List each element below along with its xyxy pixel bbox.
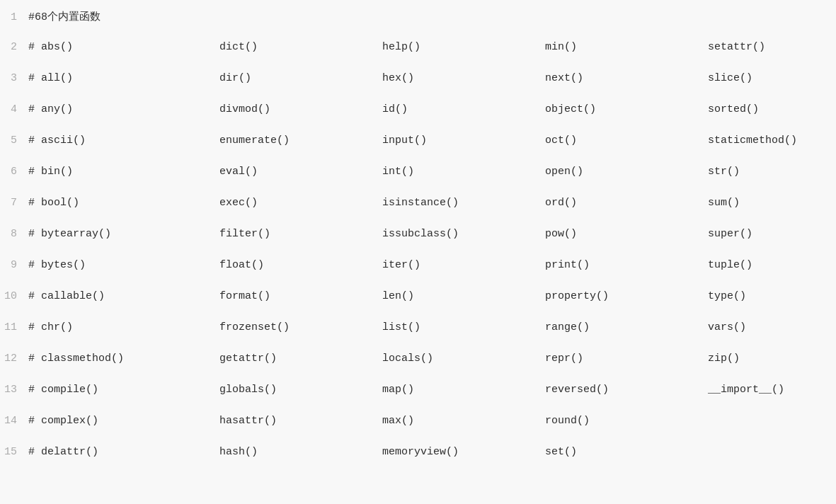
function-name: str() — [708, 166, 836, 178]
line-content: # bytes()float()iter()print()tuple() — [28, 259, 836, 271]
line-number: 10 — [0, 290, 28, 302]
code-line: 10# callable()format()len()property()typ… — [0, 287, 836, 319]
function-name: locals() — [382, 353, 545, 365]
function-name: # complex() — [28, 415, 219, 427]
line-content: # chr()frozenset()list()range()vars() — [28, 321, 836, 333]
function-name: next() — [545, 72, 708, 84]
function-name: # all() — [28, 72, 219, 84]
function-name: repr() — [545, 353, 708, 365]
line-number: 9 — [0, 259, 28, 271]
function-name: super() — [708, 228, 836, 240]
function-name: open() — [545, 166, 708, 178]
function-name: object() — [545, 103, 708, 115]
function-name — [708, 415, 836, 427]
function-name: set() — [545, 446, 708, 458]
function-name: dir() — [219, 72, 382, 84]
function-name: exec() — [219, 197, 382, 209]
function-name: # bool() — [28, 197, 219, 209]
function-name: type() — [708, 290, 836, 302]
function-name: slice() — [708, 72, 836, 84]
function-name: isinstance() — [382, 197, 545, 209]
line-number: 8 — [0, 228, 28, 240]
function-name: tuple() — [708, 259, 836, 271]
line-content: # ascii()enumerate()input()oct()staticme… — [28, 134, 836, 147]
function-name: staticmethod() — [708, 134, 836, 147]
line-content: # callable()format()len()property()type(… — [28, 290, 836, 302]
function-name: issubclass() — [382, 228, 545, 240]
function-name: reversed() — [545, 384, 708, 396]
code-line: 4# any()divmod()id()object()sorted() — [0, 101, 836, 132]
function-name: hasattr() — [219, 415, 382, 427]
line-content: # classmethod()getattr()locals()repr()zi… — [28, 353, 836, 365]
line-number: 3 — [0, 72, 28, 84]
function-name: # classmethod() — [28, 353, 219, 365]
function-name: # abs() — [28, 41, 219, 53]
function-name: enumerate() — [219, 134, 382, 147]
line-content: # delattr()hash()memoryview()set() — [28, 446, 836, 458]
function-name: range() — [545, 321, 708, 333]
function-name: divmod() — [219, 103, 382, 115]
function-name: vars() — [708, 321, 836, 333]
line-content: # bool()exec()isinstance()ord()sum() — [28, 197, 836, 209]
function-name: # bytearray() — [28, 228, 219, 240]
function-name: filter() — [219, 228, 382, 240]
line-number: 7 — [0, 197, 28, 209]
function-name: print() — [545, 259, 708, 271]
function-name: pow() — [545, 228, 708, 240]
function-name: getattr() — [219, 353, 382, 365]
heading-text: #68个内置函数 — [28, 10, 101, 23]
function-name: len() — [382, 290, 545, 302]
line-number: 4 — [0, 103, 28, 115]
line-number: 13 — [0, 384, 28, 396]
line-number: 14 — [0, 415, 28, 427]
line-number: 11 — [0, 321, 28, 333]
function-name: input() — [382, 134, 545, 147]
function-name: iter() — [382, 259, 545, 271]
code-line: 11# chr()frozenset()list()range()vars() — [0, 319, 836, 350]
function-name: zip() — [708, 353, 836, 365]
line-number: 2 — [0, 41, 28, 53]
line-content: # abs()dict()help()min()setattr() — [28, 41, 836, 53]
function-name: # any() — [28, 103, 219, 115]
function-name: map() — [382, 384, 545, 396]
code-line: 5# ascii()enumerate()input()oct()staticm… — [0, 132, 836, 163]
function-name: min() — [545, 41, 708, 53]
line-content: #68个内置函数 — [28, 10, 836, 23]
code-line: 3# all()dir()hex()next()slice() — [0, 69, 836, 101]
code-line: 9# bytes()float()iter()print()tuple() — [0, 256, 836, 287]
function-name: # delattr() — [28, 446, 219, 458]
line-content: # complex()hasattr()max()round() — [28, 415, 836, 427]
function-name: max() — [382, 415, 545, 427]
function-name: help() — [382, 41, 545, 53]
function-name: # compile() — [28, 384, 219, 396]
function-name: frozenset() — [219, 321, 382, 333]
code-line: 2# abs()dict()help()min()setattr() — [0, 38, 836, 69]
line-content: # bin()eval()int()open()str() — [28, 166, 836, 178]
function-name: sum() — [708, 197, 836, 209]
function-name: round() — [545, 415, 708, 427]
line-number: 6 — [0, 166, 28, 178]
function-name: int() — [382, 166, 545, 178]
line-number: 12 — [0, 353, 28, 365]
function-name: # ascii() — [28, 134, 219, 147]
function-name: format() — [219, 290, 382, 302]
function-name: # bin() — [28, 166, 219, 178]
function-name: hash() — [219, 446, 382, 458]
code-line: 8# bytearray()filter()issubclass()pow()s… — [0, 225, 836, 256]
line-number: 1 — [0, 11, 28, 23]
code-line: 12# classmethod()getattr()locals()repr()… — [0, 350, 836, 381]
line-number: 15 — [0, 446, 28, 458]
function-name: id() — [382, 103, 545, 115]
code-block: 1#68个内置函数2# abs()dict()help()min()setatt… — [0, 0, 836, 481]
code-line: 14# complex()hasattr()max()round() — [0, 412, 836, 443]
code-line: 15# delattr()hash()memoryview()set() — [0, 443, 836, 474]
function-name: dict() — [219, 41, 382, 53]
function-name: memoryview() — [382, 446, 545, 458]
function-name: eval() — [219, 166, 382, 178]
line-content: # bytearray()filter()issubclass()pow()su… — [28, 228, 836, 240]
function-name: sorted() — [708, 103, 836, 115]
line-number: 5 — [0, 134, 28, 147]
code-line: 6# bin()eval()int()open()str() — [0, 163, 836, 194]
line-content: # all()dir()hex()next()slice() — [28, 72, 836, 84]
function-name — [708, 446, 836, 458]
